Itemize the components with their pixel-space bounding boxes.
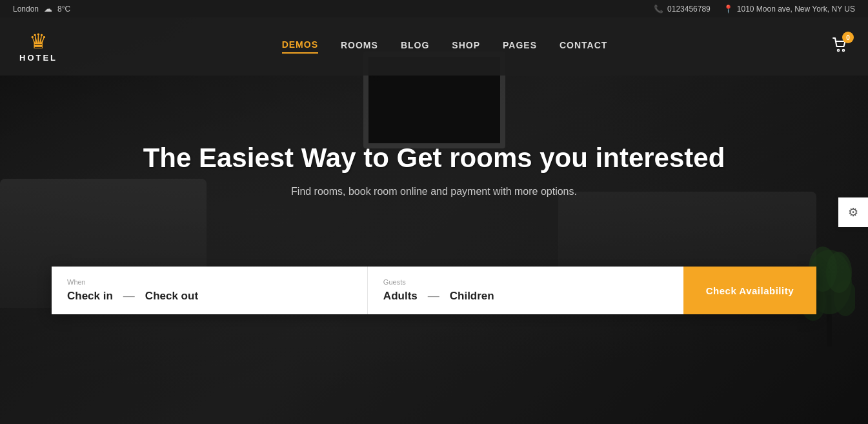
cart-button[interactable]: 0 — [832, 37, 849, 56]
guests-row: Adults — Children — [383, 289, 668, 303]
location-icon: 📍 — [723, 5, 733, 14]
top-bar-right: 📞 0123456789 📍 1010 Moon ave, New York, … — [654, 5, 855, 14]
weather-icon: ☁ — [44, 4, 52, 14]
guests-separator: — — [428, 289, 439, 303]
logo[interactable]: ♛ HOTEL — [19, 31, 57, 63]
hero-title: The Easiest Way to Get rooms you interes… — [13, 142, 855, 174]
logo-crown-icon: ♛ — [29, 31, 48, 52]
svg-point-7 — [842, 50, 844, 52]
gear-icon: ⚙ — [848, 205, 858, 219]
hero-content: The Easiest Way to Get rooms you interes… — [0, 142, 868, 199]
address-info: 📍 1010 Moon ave, New York, NY US — [723, 5, 855, 14]
checkout-value: Check out — [145, 290, 198, 303]
header-wrapper: London ☁ 8°C 📞 0123456789 📍 1010 Moon av… — [0, 0, 868, 76]
check-availability-button[interactable]: Check Availability — [683, 267, 816, 314]
when-label: When — [67, 278, 352, 286]
checkin-section[interactable]: When Check in — Check out — [52, 267, 368, 314]
adults-value: Adults — [383, 290, 418, 303]
city-name: London — [13, 5, 39, 14]
nav-item-rooms[interactable]: ROOMS — [341, 40, 378, 53]
logo-text: HOTEL — [19, 53, 57, 63]
checkin-value: Check in — [67, 290, 113, 303]
booking-bar: When Check in — Check out Guests Adults … — [52, 267, 816, 314]
address-text: 1010 Moon ave, New York, NY US — [737, 5, 855, 14]
svg-point-6 — [837, 50, 839, 52]
hero-subtitle: Find rooms, book room online and payment… — [13, 184, 855, 199]
phone-number: 0123456789 — [667, 5, 711, 14]
phone-icon: 📞 — [654, 5, 663, 14]
top-bar-left: London ☁ 8°C — [13, 4, 70, 14]
main-nav: DEMOS ROOMS BLOG SHOP PAGES CONTACT — [282, 39, 608, 54]
temperature: 8°C — [57, 5, 70, 14]
date-separator: — — [123, 289, 135, 303]
nav-item-shop[interactable]: SHOP — [452, 40, 480, 53]
nav-item-contact[interactable]: CONTACT — [560, 40, 607, 53]
nav-item-blog[interactable]: BLOG — [401, 40, 429, 53]
children-value: Children — [450, 290, 494, 303]
cart-badge: 0 — [842, 32, 854, 43]
header: ♛ HOTEL DEMOS ROOMS BLOG SHOP PAGES CONT… — [0, 17, 868, 76]
nav-item-demos[interactable]: DEMOS — [282, 39, 318, 54]
guests-section[interactable]: Guests Adults — Children — [368, 267, 683, 314]
guests-label: Guests — [383, 278, 668, 286]
dates-row: Check in — Check out — [67, 289, 352, 303]
top-bar: London ☁ 8°C 📞 0123456789 📍 1010 Moon av… — [0, 0, 868, 17]
nav-item-pages[interactable]: PAGES — [503, 40, 537, 53]
phone-info: 📞 0123456789 — [654, 5, 711, 14]
settings-button[interactable]: ⚙ — [838, 197, 868, 227]
